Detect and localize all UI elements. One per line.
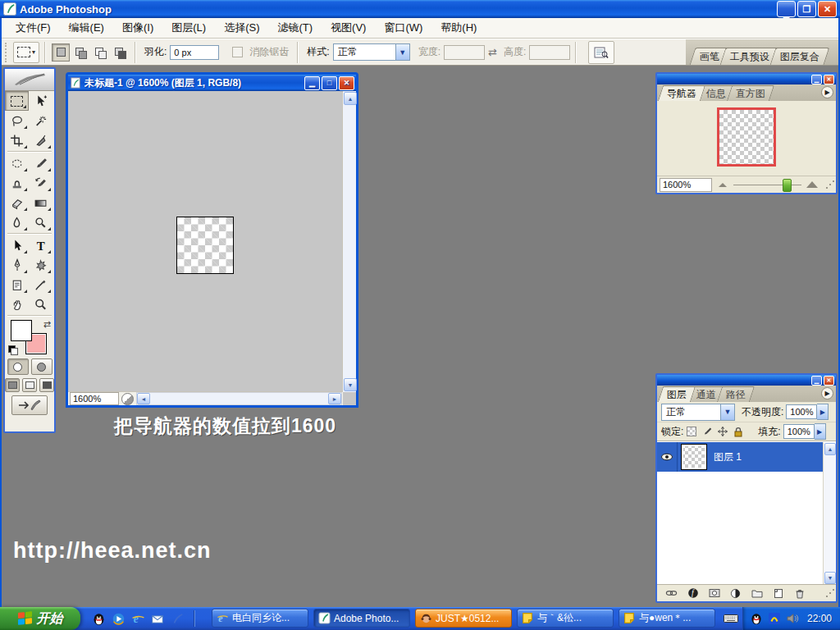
vertical-scrollbar[interactable]: ▲ ▼ <box>342 91 356 392</box>
tab-histogram[interactable]: 直方图 <box>727 85 774 101</box>
subtract-selection-mode-button[interactable] <box>91 43 109 62</box>
navigator-zoom-field[interactable]: 1600% <box>660 178 712 192</box>
zoom-in-icon[interactable] <box>806 181 818 188</box>
swap-dimensions-icon[interactable]: ⇄ <box>488 46 497 58</box>
tool-crop[interactable] <box>5 130 29 150</box>
chevron-down-icon[interactable]: ▼ <box>720 404 734 420</box>
palette-menu-icon[interactable]: ▶ <box>821 86 833 98</box>
close-button[interactable]: ✕ <box>818 1 837 17</box>
tool-blur[interactable] <box>5 212 29 232</box>
navigator-titlebar[interactable]: ▁ ✕ <box>657 74 836 84</box>
pen-quill-icon[interactable] <box>171 612 185 626</box>
tab-paths[interactable]: 路径 <box>717 386 755 402</box>
new-layer-icon[interactable] <box>772 587 784 600</box>
tool-notes[interactable] <box>5 275 29 294</box>
tool-hand[interactable] <box>5 294 29 314</box>
lock-position-icon[interactable] <box>717 426 728 437</box>
current-tool-button[interactable]: ▾ <box>13 42 39 63</box>
options-bar-grip[interactable] <box>5 43 10 62</box>
scroll-right-button[interactable]: ► <box>328 393 341 404</box>
tool-eyedropper[interactable] <box>29 275 52 294</box>
jump-to-imageready-button[interactable] <box>11 395 48 415</box>
navigator-thumbnail[interactable] <box>717 107 776 167</box>
fullscreen-button[interactable] <box>39 378 54 392</box>
tool-eraser[interactable] <box>5 193 29 212</box>
tool-lasso[interactable] <box>5 111 29 130</box>
zoom-out-icon[interactable] <box>719 183 727 187</box>
new-selection-mode-button[interactable] <box>52 43 70 62</box>
menu-select[interactable]: 选择(S) <box>215 18 268 38</box>
tool-gradient[interactable] <box>29 193 52 212</box>
menu-image[interactable]: 图像(I) <box>113 18 162 38</box>
visibility-toggle[interactable] <box>657 442 678 472</box>
fill-field[interactable]: 100% <box>783 424 815 439</box>
blend-mode-dropdown[interactable]: 正常 ▼ <box>661 404 735 421</box>
palette-menu-icon[interactable]: ▶ <box>821 387 833 399</box>
layers-titlebar[interactable]: ▁ ✕ <box>657 375 836 386</box>
tool-magic-wand[interactable] <box>29 111 52 130</box>
media-player-icon[interactable] <box>112 612 126 626</box>
palette-close-button[interactable]: ✕ <box>824 376 834 386</box>
tool-brush[interactable] <box>29 153 52 173</box>
tool-rectangular-marquee[interactable] <box>5 91 29 111</box>
lock-all-icon[interactable] <box>733 426 744 437</box>
menu-view[interactable]: 视图(V) <box>322 18 375 38</box>
task-qq-chat-2[interactable]: 与｀&彸... <box>517 609 614 628</box>
status-info-icon[interactable] <box>121 393 134 405</box>
new-group-icon[interactable] <box>751 587 763 600</box>
qq-icon[interactable] <box>92 612 106 626</box>
menu-help[interactable]: 帮助(H) <box>431 18 486 38</box>
document-titlebar[interactable]: 未标题-1 @ 1600% (图层 1, RGB/8) ▁ □ ✕ <box>68 75 356 91</box>
file-browser-button[interactable] <box>588 41 614 64</box>
layer-style-icon[interactable]: f <box>687 587 699 600</box>
tool-pen[interactable] <box>5 255 29 275</box>
doc-maximize-button[interactable]: □ <box>322 76 337 90</box>
doc-minimize-button[interactable]: ▁ <box>304 76 320 90</box>
internet-explorer-icon[interactable]: e <box>131 612 145 626</box>
task-ie-window[interactable]: e 电白同乡论... <box>212 609 308 628</box>
task-qq-chat-3[interactable]: 与●wen＊... <box>619 609 715 628</box>
adjustment-layer-icon[interactable] <box>729 587 742 600</box>
tool-type[interactable]: T <box>29 235 52 255</box>
menu-edit[interactable]: 编辑(E) <box>60 18 113 38</box>
add-selection-mode-button[interactable] <box>71 43 89 62</box>
scroll-left-button[interactable]: ◄ <box>137 393 150 404</box>
tab-layer-comps[interactable]: 图层复合 <box>770 48 830 65</box>
tool-custom-shape[interactable] <box>29 255 52 275</box>
opacity-slider-button[interactable]: ▶ <box>817 404 829 420</box>
outlook-express-icon[interactable] <box>151 612 165 626</box>
tab-layers[interactable]: 图层 <box>658 386 696 402</box>
qq-tray-icon[interactable] <box>750 612 763 625</box>
standard-mode-button[interactable] <box>7 358 29 375</box>
canvas-area[interactable] <box>68 91 343 392</box>
quick-mask-mode-button[interactable] <box>31 358 52 375</box>
menu-file[interactable]: 文件(F) <box>7 18 60 38</box>
feather-input[interactable]: 0 px <box>170 45 219 60</box>
height-input[interactable] <box>529 45 570 60</box>
fullscreen-menubar-button[interactable] <box>22 378 37 392</box>
antialias-checkbox[interactable] <box>232 47 243 57</box>
zoom-percentage-field[interactable]: 1600% <box>70 392 119 405</box>
menu-filter[interactable]: 滤镜(T) <box>268 18 322 38</box>
navigator-zoom-slider[interactable] <box>733 185 801 185</box>
scroll-up-button[interactable]: ▲ <box>344 92 357 105</box>
resize-grip[interactable] <box>824 587 836 599</box>
delete-layer-icon[interactable] <box>793 587 806 600</box>
messenger-tray-icon[interactable] <box>768 612 781 625</box>
clock[interactable]: 22:00 <box>807 613 832 624</box>
tool-dodge[interactable] <box>29 212 52 232</box>
palette-minimize-button[interactable]: ▁ <box>811 376 822 386</box>
minimize-button[interactable]: ▁ <box>777 1 796 17</box>
lock-paint-icon[interactable] <box>701 426 713 437</box>
opacity-field[interactable]: 100% <box>786 404 817 419</box>
default-colors-icon[interactable] <box>8 345 18 355</box>
tool-path-select[interactable] <box>5 235 29 255</box>
layer-mask-icon[interactable] <box>708 587 720 600</box>
standard-screen-button[interactable] <box>5 378 20 392</box>
palette-minimize-button[interactable]: ▁ <box>811 75 822 84</box>
tool-move[interactable] <box>29 91 52 111</box>
task-qq-chat-1[interactable]: JUST★0512... <box>415 609 512 628</box>
layers-scrollbar[interactable]: ▲ ▼ <box>823 442 836 585</box>
swap-colors-icon[interactable]: ⇄ <box>43 319 51 330</box>
volume-icon[interactable] <box>786 612 799 625</box>
